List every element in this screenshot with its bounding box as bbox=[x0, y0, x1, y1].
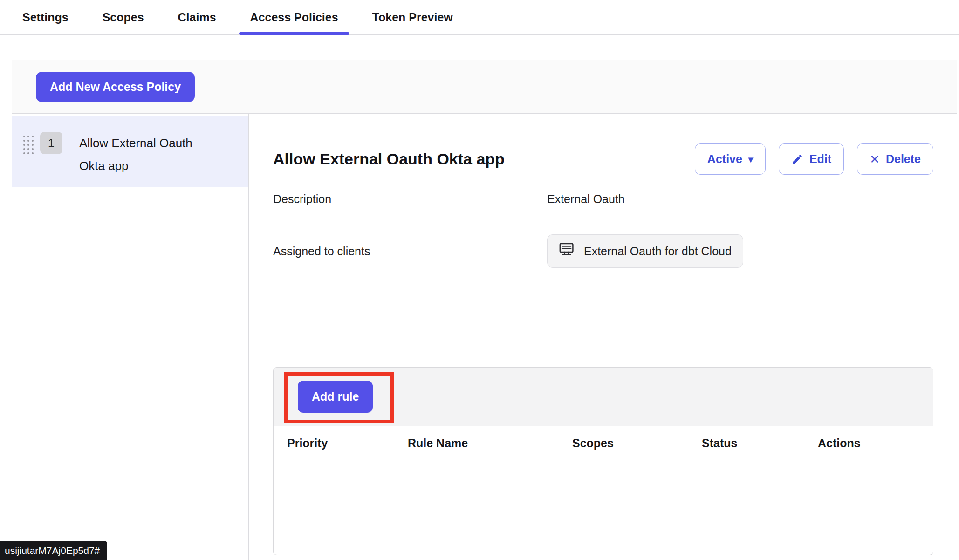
status-dropdown-button[interactable]: Active ▾ bbox=[695, 143, 766, 175]
description-row: Description External Oauth bbox=[273, 189, 933, 209]
add-rule-button[interactable]: Add rule bbox=[298, 381, 373, 413]
column-header-actions: Actions bbox=[818, 437, 933, 450]
column-header-priority: Priority bbox=[287, 437, 408, 450]
chevron-down-icon: ▾ bbox=[748, 154, 753, 165]
tab-access-policies[interactable]: Access Policies bbox=[239, 0, 349, 34]
status-bar-tooltip: usijiutarM7Aj0Ep5d7# bbox=[0, 541, 107, 560]
client-chip-label: External Oauth for dbt Cloud bbox=[584, 245, 732, 258]
drag-handle-icon[interactable] bbox=[23, 136, 34, 154]
policy-detail: Allow External Oauth Okta app Active ▾ E… bbox=[249, 114, 957, 560]
rules-table-header: Priority Rule Name Scopes Status Actions bbox=[274, 426, 933, 460]
column-header-status: Status bbox=[702, 437, 818, 450]
policy-list-item[interactable]: 1 Allow External Oauth Okta app bbox=[12, 116, 248, 187]
assigned-clients-label: Assigned to clients bbox=[273, 245, 547, 258]
column-header-rule-name: Rule Name bbox=[408, 437, 572, 450]
client-chip[interactable]: External Oauth for dbt Cloud bbox=[547, 234, 743, 268]
access-policies-panel: Add New Access Policy 1 Allow External O… bbox=[12, 60, 957, 560]
policy-list: 1 Allow External Oauth Okta app bbox=[12, 114, 249, 560]
policy-name-label: Allow External Oauth Okta app bbox=[79, 132, 219, 178]
edit-button[interactable]: Edit bbox=[779, 143, 844, 175]
policy-title: Allow External Oauth Okta app bbox=[273, 150, 505, 168]
description-value: External Oauth bbox=[547, 192, 933, 206]
rules-toolbar: Add rule bbox=[274, 368, 933, 426]
tab-scopes[interactable]: Scopes bbox=[91, 0, 155, 34]
tab-claims[interactable]: Claims bbox=[167, 0, 227, 34]
description-label: Description bbox=[273, 192, 547, 206]
edit-button-label: Edit bbox=[809, 152, 831, 166]
policy-fields: Description External Oauth Assigned to c… bbox=[273, 189, 933, 268]
tab-bar: Settings Scopes Claims Access Policies T… bbox=[0, 0, 959, 35]
close-x-icon: ✕ bbox=[870, 153, 880, 165]
panel-body: 1 Allow External Oauth Okta app Allow Ex… bbox=[12, 114, 957, 560]
tab-token-preview[interactable]: Token Preview bbox=[361, 0, 464, 34]
status-dropdown-label: Active bbox=[707, 152, 742, 166]
panel-toolbar: Add New Access Policy bbox=[12, 60, 957, 114]
rules-panel: Add rule Priority Rule Name Scopes Statu… bbox=[273, 367, 933, 555]
computer-icon bbox=[559, 242, 576, 260]
delete-button[interactable]: ✕ Delete bbox=[857, 143, 933, 175]
policy-order-badge: 1 bbox=[40, 132, 62, 154]
policy-action-buttons: Active ▾ Edit ✕ Delete bbox=[695, 143, 933, 175]
policy-detail-header: Allow External Oauth Okta app Active ▾ E… bbox=[273, 143, 933, 175]
add-new-access-policy-button[interactable]: Add New Access Policy bbox=[36, 72, 195, 102]
tab-settings[interactable]: Settings bbox=[11, 0, 80, 34]
pencil-icon bbox=[791, 153, 803, 165]
column-header-scopes: Scopes bbox=[572, 437, 702, 450]
delete-button-label: Delete bbox=[886, 152, 921, 166]
section-divider bbox=[273, 321, 933, 321]
rules-table-empty-body bbox=[274, 460, 933, 555]
assigned-clients-row: Assigned to clients External Oauth for d… bbox=[273, 234, 933, 268]
